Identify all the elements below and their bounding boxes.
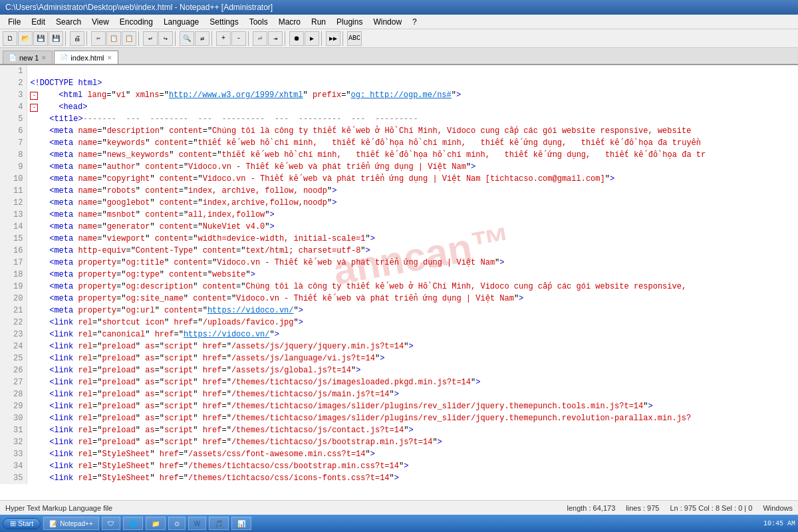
taskbar-word[interactable]: W	[188, 517, 206, 530]
line-code[interactable]: <meta http-equiv="Content-Type" content=…	[27, 245, 798, 257]
menu-file[interactable]: File	[3, 16, 26, 28]
zoom-in-button[interactable]: +	[216, 31, 231, 46]
line-code[interactable]: <link rel="StyleSheet" href="/assets/css…	[27, 448, 798, 460]
line-code[interactable]: <link rel="preload" as="script" href="/t…	[27, 436, 798, 448]
line-code[interactable]: <link rel="preload" as="script" href="/t…	[27, 376, 798, 388]
find-button[interactable]: 🔍	[180, 31, 194, 46]
line-code[interactable]: <link rel="preload" as="script" href="/a…	[27, 340, 798, 352]
line-code[interactable]: <meta name="msnbot" content="all,index,f…	[27, 209, 798, 221]
save-all-button[interactable]: 💾	[49, 31, 63, 46]
paste-button[interactable]: 📋	[122, 31, 136, 46]
replace-button[interactable]: ⇄	[195, 31, 209, 46]
table-row: 13 <meta name="msnbot" content="all,inde…	[0, 209, 798, 221]
menu-encoding[interactable]: Encoding	[114, 16, 158, 28]
table-row: 24 <link rel="preload" as="script" href=…	[0, 340, 798, 352]
title-bar: C:\Users\Administrator\Desktop\web\index…	[0, 0, 798, 15]
line-code[interactable]: - <head>	[27, 101, 798, 113]
macro-record-button[interactable]: ⏺	[289, 31, 304, 46]
cut-button[interactable]: ✂	[91, 31, 106, 46]
tab-new1-close[interactable]: ✕	[41, 55, 47, 61]
table-row: 7 <meta name="keywords" content="thiết k…	[0, 137, 798, 149]
tab-index-close[interactable]: ✕	[107, 55, 112, 61]
line-code[interactable]: <meta name="generator" content="NukeViet…	[27, 221, 798, 233]
line-code[interactable]: <meta name="copyright" content="Vidoco.v…	[27, 173, 798, 185]
line-code[interactable]: <link rel="preload" as="script" href="/t…	[27, 412, 798, 424]
line-code[interactable]: <link rel="preload" as="script" href="/t…	[27, 424, 798, 436]
line-code[interactable]	[27, 65, 798, 77]
table-row: 25 <link rel="preload" as="script" href=…	[0, 352, 798, 364]
line-code[interactable]: <link rel="shortcut icon" href="/uploads…	[27, 317, 798, 329]
line-code[interactable]: <meta name="viewport" content="width=dev…	[27, 233, 798, 245]
editor-body: 1 2 <!DOCTYPE html> 3 - <html lang="vi" …	[0, 65, 798, 484]
editor-area: 1 2 <!DOCTYPE html> 3 - <html lang="vi" …	[0, 65, 798, 500]
tab-index-label: index.html	[70, 54, 104, 62]
line-code[interactable]: <meta name="robots" content="index, arch…	[27, 185, 798, 197]
line-number: 35	[0, 472, 27, 484]
zoom-out-button[interactable]: -	[231, 31, 246, 46]
taskbar-chrome[interactable]: ⊙	[168, 517, 186, 530]
macro-play-button[interactable]: ▶	[305, 31, 319, 46]
menu-macro[interactable]: Macro	[273, 16, 306, 28]
position-label: Ln : 975 Col : 8 Sel : 0 | 0	[670, 504, 752, 512]
menu-search[interactable]: Search	[51, 16, 86, 28]
new-button[interactable]: 🗋	[3, 31, 17, 46]
line-code[interactable]: <!DOCTYPE html>	[27, 77, 798, 89]
spellcheck-button[interactable]: ABC	[347, 31, 362, 46]
menu-run[interactable]: Run	[306, 16, 331, 28]
taskbar-ie[interactable]: 🌐	[123, 517, 143, 530]
menu-language[interactable]: Language	[158, 16, 204, 28]
menu-help[interactable]: ?	[407, 16, 422, 28]
line-number: 14	[0, 221, 27, 233]
line-code[interactable]: <meta name="author" content="Vidoco.vn -…	[27, 161, 798, 173]
redo-button[interactable]: ↪	[158, 31, 173, 46]
start-button[interactable]: ⊞ Start	[3, 518, 41, 529]
menu-edit[interactable]: Edit	[26, 16, 51, 28]
line-code[interactable]: <link rel="canonical" href="https://vido…	[27, 329, 798, 340]
indent-button[interactable]: ⇥	[268, 31, 283, 46]
line-number: 18	[0, 269, 27, 281]
print-button[interactable]: 🖨	[70, 31, 84, 46]
wordwrap-button[interactable]: ⏎	[253, 31, 267, 46]
menu-view[interactable]: View	[86, 16, 114, 28]
line-code[interactable]: <meta property="og:site_name" content="V…	[27, 293, 798, 305]
menu-settings[interactable]: Settings	[204, 16, 243, 28]
line-code[interactable]: <link rel="StyleSheet" href="/themes/tic…	[27, 460, 798, 472]
line-code[interactable]: <meta name="news_keywords" content="thiế…	[27, 149, 798, 161]
taskbar-media[interactable]: 🎵	[209, 517, 229, 530]
line-number: 25	[0, 352, 27, 364]
line-code[interactable]: <link rel="preload" as="script" href="/a…	[27, 364, 798, 376]
line-number: 13	[0, 209, 27, 221]
line-code[interactable]: <meta name="description" content="Chúng …	[27, 125, 798, 137]
line-code[interactable]: <meta property="og:description" content=…	[27, 281, 798, 293]
taskbar-notepad[interactable]: 📝 Notepad++	[43, 517, 99, 530]
save-button[interactable]: 💾	[33, 31, 48, 46]
table-row: 31 <link rel="preload" as="script" href=…	[0, 424, 798, 436]
tab-new1[interactable]: 📄 new 1 ✕	[3, 51, 53, 64]
line-code[interactable]: <link rel="preload" as="script" href="/t…	[27, 400, 798, 412]
taskbar-av[interactable]: 🛡	[102, 517, 120, 530]
line-code[interactable]: <title>------- --- -------- --- --------…	[27, 113, 798, 125]
editor-wrapper[interactable]: 1 2 <!DOCTYPE html> 3 - <html lang="vi" …	[0, 65, 798, 500]
line-number: 4	[0, 101, 27, 113]
line-code[interactable]: <link rel="preload" as="script" href="/t…	[27, 388, 798, 400]
line-code[interactable]: <meta name="googlebot" content="index,ar…	[27, 197, 798, 209]
menu-plugins[interactable]: Plugins	[331, 16, 368, 28]
line-code[interactable]: <meta property="og:title" content="Vidoc…	[27, 257, 798, 269]
menu-tools[interactable]: Tools	[244, 16, 273, 28]
lines-label: lines : 975	[626, 504, 659, 512]
open-button[interactable]: 📂	[18, 31, 33, 46]
taskbar-extra[interactable]: 📊	[231, 517, 251, 530]
taskbar-explorer[interactable]: 📁	[146, 517, 166, 530]
run-button[interactable]: ▶▶	[326, 31, 340, 46]
line-number: 34	[0, 460, 27, 472]
line-code[interactable]: <meta property="og:url" content="https:/…	[27, 305, 798, 317]
menu-window[interactable]: Window	[368, 16, 407, 28]
line-code[interactable]: <meta property="og:type" content="websit…	[27, 269, 798, 281]
tab-index-html[interactable]: 📄 index.html ✕	[54, 51, 118, 64]
line-code[interactable]: <link rel="StyleSheet" href="/themes/tic…	[27, 472, 798, 484]
line-code[interactable]: <link rel="preload" as="script" href="/a…	[27, 352, 798, 364]
copy-button[interactable]: 📋	[106, 31, 121, 46]
line-code[interactable]: <meta name="keywords" content="thiết kế …	[27, 137, 798, 149]
undo-button[interactable]: ↩	[143, 31, 158, 46]
line-code[interactable]: - <html lang="vi" xmlns="http://www.w3.o…	[27, 89, 798, 101]
